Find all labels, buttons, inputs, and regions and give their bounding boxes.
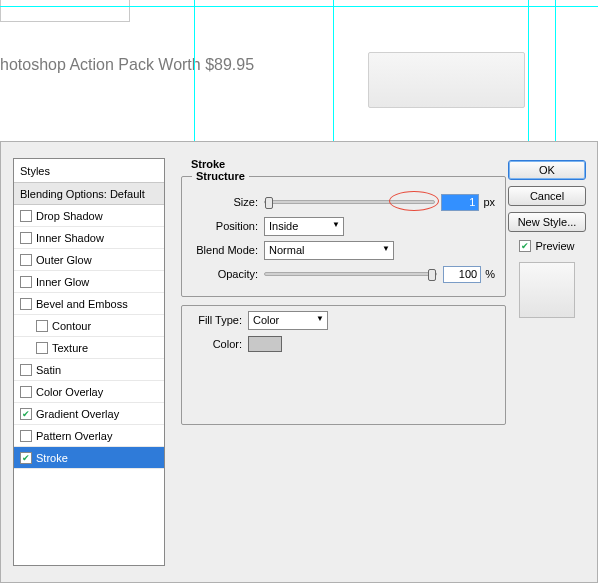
checkbox[interactable] <box>36 342 48 354</box>
style-item-label: Drop Shadow <box>36 205 103 227</box>
style-item-label: Inner Glow <box>36 271 89 293</box>
style-item-label: Stroke <box>36 447 68 469</box>
opacity-input[interactable] <box>443 266 481 283</box>
background-text: hotoshop Action Pack Worth $89.95 <box>0 56 254 74</box>
checkbox[interactable] <box>20 254 32 266</box>
ok-button[interactable]: OK <box>508 160 586 180</box>
blend-mode-select[interactable]: Normal <box>264 241 394 260</box>
checkbox[interactable] <box>20 364 32 376</box>
checkbox[interactable] <box>20 276 32 288</box>
size-label: Size: <box>192 196 264 208</box>
window-frame-top <box>0 0 130 22</box>
style-item-label: Texture <box>52 337 88 359</box>
style-item-pattern-overlay[interactable]: Pattern Overlay <box>14 425 164 447</box>
stroke-settings: Stroke Structure Size: px Position: Insi… <box>181 158 506 566</box>
size-unit: px <box>483 196 495 208</box>
style-item-label: Color Overlay <box>36 381 103 403</box>
style-item-texture[interactable]: Texture <box>14 337 164 359</box>
style-item-label: Satin <box>36 359 61 381</box>
styles-panel: Styles Blending Options: Default Drop Sh… <box>13 158 165 566</box>
fill-type-select[interactable]: Color <box>248 311 328 330</box>
guide-horizontal <box>0 6 598 7</box>
opacity-unit: % <box>485 268 495 280</box>
background-button-box <box>368 52 525 108</box>
checkbox[interactable] <box>20 386 32 398</box>
style-item-stroke[interactable]: Stroke <box>14 447 164 469</box>
style-item-label: Pattern Overlay <box>36 425 112 447</box>
stroke-title: Stroke <box>187 158 229 170</box>
style-item-label: Gradient Overlay <box>36 403 119 425</box>
checkbox[interactable] <box>20 408 32 420</box>
preview-checkbox[interactable] <box>519 240 531 252</box>
style-item-label: Outer Glow <box>36 249 92 271</box>
checkbox[interactable] <box>20 430 32 442</box>
checkbox[interactable] <box>20 210 32 222</box>
size-slider[interactable] <box>264 200 435 204</box>
checkbox[interactable] <box>20 452 32 464</box>
style-item-label: Contour <box>52 315 91 337</box>
position-label: Position: <box>192 220 264 232</box>
checkbox[interactable] <box>36 320 48 332</box>
style-item-color-overlay[interactable]: Color Overlay <box>14 381 164 403</box>
color-label: Color: <box>192 338 248 350</box>
structure-title: Structure <box>192 170 249 182</box>
blend-mode-label: Blend Mode: <box>192 244 264 256</box>
style-item-bevel-and-emboss[interactable]: Bevel and Emboss <box>14 293 164 315</box>
style-item-label: Inner Shadow <box>36 227 104 249</box>
preview-label: Preview <box>535 240 574 252</box>
layer-style-dialog: Styles Blending Options: Default Drop Sh… <box>0 141 598 583</box>
styles-header[interactable]: Styles <box>14 159 164 183</box>
style-item-inner-glow[interactable]: Inner Glow <box>14 271 164 293</box>
style-item-drop-shadow[interactable]: Drop Shadow <box>14 205 164 227</box>
style-item-gradient-overlay[interactable]: Gradient Overlay <box>14 403 164 425</box>
new-style-button[interactable]: New Style... <box>508 212 586 232</box>
blending-options-header[interactable]: Blending Options: Default <box>14 183 164 205</box>
opacity-label: Opacity: <box>192 268 264 280</box>
cancel-button[interactable]: Cancel <box>508 186 586 206</box>
fill-group: Fill Type: Color Color: <box>181 305 506 425</box>
preview-toggle[interactable]: Preview <box>519 240 574 252</box>
style-item-outer-glow[interactable]: Outer Glow <box>14 249 164 271</box>
checkbox[interactable] <box>20 232 32 244</box>
checkbox[interactable] <box>20 298 32 310</box>
structure-group: Structure Size: px Position: Inside Blen… <box>181 170 506 297</box>
style-item-label: Bevel and Emboss <box>36 293 128 315</box>
size-input[interactable] <box>441 194 479 211</box>
style-item-satin[interactable]: Satin <box>14 359 164 381</box>
dialog-buttons: OK Cancel New Style... Preview <box>507 160 587 318</box>
preview-swatch <box>519 262 575 318</box>
fill-type-label: Fill Type: <box>192 314 248 326</box>
style-item-contour[interactable]: Contour <box>14 315 164 337</box>
style-item-inner-shadow[interactable]: Inner Shadow <box>14 227 164 249</box>
opacity-slider[interactable] <box>264 272 437 276</box>
position-select[interactable]: Inside <box>264 217 344 236</box>
color-swatch[interactable] <box>248 336 282 352</box>
